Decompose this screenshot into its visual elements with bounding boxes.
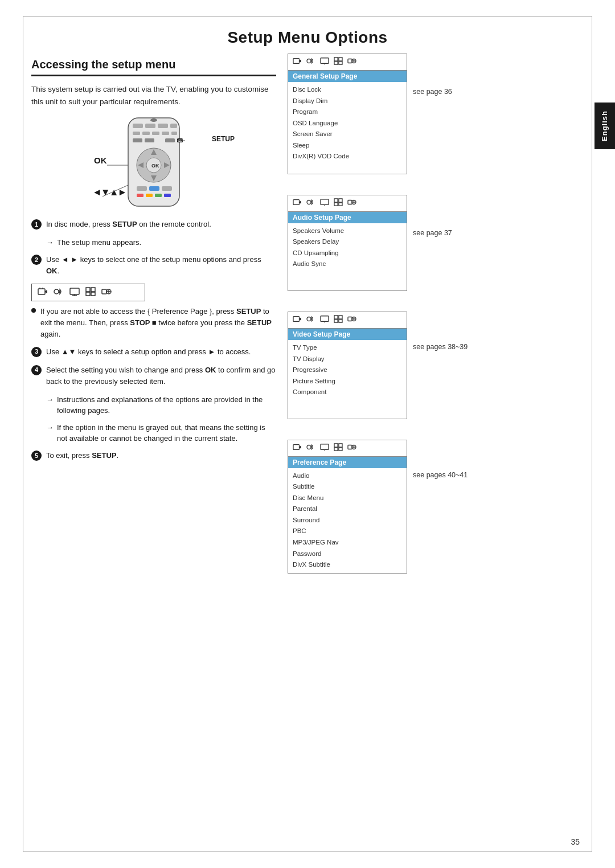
svg-rect-49 <box>293 59 300 64</box>
step-4-sub2: → If the option in the menu is grayed ou… <box>46 422 276 444</box>
step-4-sub1-text: Instructions and explanations of the opt… <box>57 394 276 416</box>
step-2-num: 2 <box>31 255 42 265</box>
pref-item-2: Subtitle <box>293 481 402 493</box>
pref-item-9: DivX Subtitle <box>293 559 402 571</box>
svg-rect-80 <box>334 316 338 319</box>
video-panel-icon-audio <box>306 315 315 325</box>
general-see-page: see page 36 <box>413 54 452 96</box>
pref-item-5: Surround <box>293 515 402 526</box>
bullet-item: If you are not able to access the { Pref… <box>31 306 276 340</box>
panel-icon-screen <box>320 57 329 67</box>
svg-point-51 <box>307 59 311 63</box>
svg-rect-56 <box>334 62 338 64</box>
svg-point-64 <box>307 200 311 204</box>
video-panel-group: Video Setup Page TV Type TV Display Prog… <box>288 312 581 429</box>
arrows-label: ◄▼▲► <box>92 187 126 198</box>
page-border-bottom <box>23 851 592 852</box>
svg-rect-8 <box>162 132 169 135</box>
video-item-4: Picture Setting <box>293 376 402 387</box>
svg-rect-6 <box>142 132 150 135</box>
svg-rect-3 <box>158 124 168 128</box>
step-1-text: In disc mode, press SETUP on the remote … <box>46 219 276 230</box>
svg-rect-26 <box>146 194 153 197</box>
svg-rect-11 <box>145 138 154 142</box>
video-item-3: Progressive <box>293 365 402 376</box>
pref-item-8: Password <box>293 548 402 560</box>
audio-item-3: CD Upsampling <box>293 248 402 259</box>
video-panel-icon-video <box>293 315 302 325</box>
video-icons-bar <box>288 312 407 329</box>
video-header: Video Setup Page <box>288 329 407 340</box>
svg-rect-12 <box>165 138 175 142</box>
svg-rect-54 <box>334 58 338 61</box>
page-border-right <box>592 16 592 852</box>
pref-panel-icon-plus <box>347 443 356 453</box>
pref-item-3: Disc Menu <box>293 493 402 504</box>
video-setup-panel: Video Setup Page TV Type TV Display Prog… <box>288 312 407 419</box>
svg-rect-65 <box>321 199 329 205</box>
icon-display <box>69 287 80 298</box>
panel-icon-video <box>293 57 302 67</box>
svg-rect-52 <box>321 58 329 64</box>
audio-item-1: Speakers Volume <box>293 226 402 237</box>
page-title: Setup Menu Options <box>0 0 615 54</box>
svg-rect-57 <box>339 62 342 64</box>
svg-rect-27 <box>155 194 162 197</box>
dot-bullet <box>31 308 36 313</box>
general-item-1: Disc Lock <box>293 84 402 96</box>
audio-item-4: Audio Sync <box>293 259 402 270</box>
svg-rect-78 <box>321 316 329 322</box>
general-header: General Setup Page <box>288 71 407 82</box>
step-3-num: 3 <box>31 347 42 357</box>
audio-panel-icon-audio <box>306 198 315 208</box>
icon-plus <box>101 287 112 298</box>
video-panel-icon-screen <box>320 315 329 325</box>
step-5-num: 5 <box>31 451 42 461</box>
panel-icon-grid <box>334 57 343 67</box>
svg-rect-55 <box>339 58 342 61</box>
right-column: General Setup Page Disc Lock Display Dim… <box>288 54 581 594</box>
audio-see-page: see page 37 <box>413 195 452 237</box>
svg-rect-91 <box>321 444 329 450</box>
video-see-page: see pages 38~39 <box>413 312 468 351</box>
arrow-4b: → <box>46 422 54 444</box>
step-1: 1 In disc mode, press SETUP on the remot… <box>31 219 276 230</box>
general-item-4: OSD Language <box>293 118 402 129</box>
pref-items: Audio Subtitle Disc Menu Parental Surrou… <box>288 468 407 573</box>
arrow-1: → <box>46 237 54 248</box>
pref-header: Preference Page <box>288 457 407 468</box>
svg-text:OK: OK <box>151 163 159 169</box>
arrow-4a: → <box>46 394 54 416</box>
video-item-2: TV Display <box>293 354 402 365</box>
audio-panel-icon-plus <box>347 198 356 208</box>
icon-grid <box>85 287 96 298</box>
step-4-text: Select the setting you wish to change an… <box>46 365 276 387</box>
page-border-top <box>23 16 592 17</box>
step-4: 4 Select the setting you wish to change … <box>31 365 276 387</box>
general-items: Disc Lock Display Dim Program OSD Langua… <box>288 82 407 174</box>
svg-rect-68 <box>339 199 342 202</box>
step-4-num: 4 <box>31 365 42 375</box>
svg-rect-95 <box>334 448 338 451</box>
section-heading: Accessing the setup menu <box>31 58 276 76</box>
general-item-3: Program <box>293 107 402 118</box>
svg-rect-61 <box>348 59 352 63</box>
svg-rect-2 <box>145 124 155 128</box>
english-tab: English <box>594 103 615 149</box>
step-1-sub-text: The setup menu appears. <box>57 237 141 248</box>
step-2-text: Use ◄ ► keys to select one of the setup … <box>46 254 276 277</box>
general-panel-group: General Setup Page Disc Lock Display Dim… <box>288 54 581 185</box>
svg-rect-5 <box>133 132 140 135</box>
main-content: Accessing the setup menu This system set… <box>0 54 615 594</box>
svg-rect-88 <box>293 444 300 449</box>
audio-panel-icon-screen <box>320 198 329 208</box>
svg-rect-81 <box>339 316 342 319</box>
ok-label: OK <box>94 155 107 165</box>
svg-rect-44 <box>91 292 95 296</box>
svg-rect-93 <box>334 444 338 447</box>
svg-rect-7 <box>152 132 159 135</box>
svg-rect-38 <box>70 288 79 294</box>
svg-rect-100 <box>348 445 352 449</box>
step-4-sub1: → Instructions and explanations of the o… <box>46 394 276 416</box>
pref-item-6: PBC <box>293 526 402 537</box>
